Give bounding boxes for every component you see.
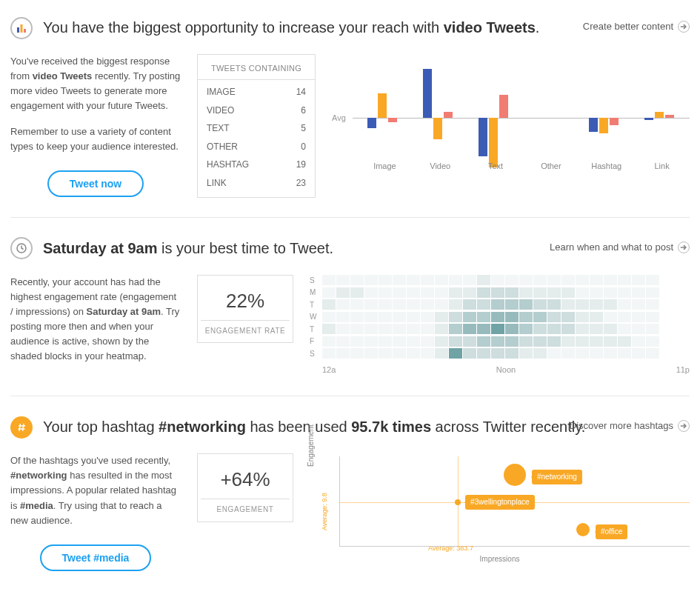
heatmap-cell [561,275,575,285]
heatmap-cell [505,312,519,322]
chart-bar [423,69,432,119]
hashtag-icon [10,416,33,439]
section-best-time: Learn when and what to post Saturday at … [10,237,690,397]
discover-hashtags-link[interactable]: Discover more hashtags [570,419,690,433]
hashtag-scatter-chart: Engagement Average: 9.8 Average: 383.7 I… [310,456,690,567]
heatmap-cell [519,299,533,310]
heatmap-cell [646,324,659,334]
learn-when-link[interactable]: Learn when and what to post [550,240,690,255]
chart-x-axis [339,546,690,547]
heatmap-cell [547,287,561,298]
clock-icon [10,237,33,259]
heatmap-cell [561,324,575,334]
heatmap-cell [590,287,603,298]
heatmap-cell [350,312,364,322]
heatmap-cell [576,287,589,298]
heatmap-cell [407,287,420,298]
stat-value: 22% [201,283,290,320]
heatmap-cell [421,299,434,310]
heatmap-cell [491,312,504,322]
chart-bar [644,118,653,120]
heatmap-cell [322,336,336,347]
table-row: HASHTAG19 [198,156,315,174]
heatmap-cell [421,324,434,334]
heatmap-cell [322,275,336,285]
chart-category-label: Hashtag [579,160,634,173]
heatmap-cell [632,287,645,298]
tweet-media-button[interactable]: Tweet #media [40,544,152,571]
heatmap-cell [505,299,519,310]
heatmap-day-label: T [310,324,321,336]
heatmap-cell [646,275,659,285]
heatmap-cell [393,275,406,285]
chart-bar [378,93,387,118]
chart-group: Text [468,50,524,156]
heatmap-cell [407,275,420,285]
heatmap-cell [336,299,350,310]
heatmap-cell [379,324,392,334]
chart-bar [444,112,453,118]
heatmap-cell [379,336,392,347]
tweets-containing-table: TWEETS CONTAINING IMAGE14VIDEO6TEXT5OTHE… [197,54,316,198]
heatmap-cell [547,324,561,334]
time-heatmap: SMTWTFS 12a Noon 11p [310,275,690,377]
heatmap-cell [491,299,504,310]
chart-group: Other [523,50,579,156]
heatmap-cell [477,287,490,298]
heatmap-cell [393,324,406,334]
stat-value: +64% [201,462,290,499]
chart-category-label: Link [634,160,690,173]
heatmap-cell [463,287,476,298]
heatmap-cell [547,299,561,310]
heatmap-cell [590,336,603,347]
heatmap-cell [547,336,561,347]
arrow-icon [678,420,690,432]
heatmap-cell [435,312,448,322]
heatmap-cell [604,275,617,285]
heatmap-cell [533,336,547,347]
heatmap-cell [590,275,603,285]
heatmap-cell [449,275,462,285]
heatmap-cell [477,336,490,347]
hashtag-label: #office [596,524,627,539]
tweet-now-button[interactable]: Tweet now [47,170,144,197]
heatmap-cell [477,348,490,359]
section-description: Of the hashtags you've used recently, #n… [10,453,181,571]
heatmap-cell [449,287,462,298]
heatmap-cell [491,348,504,359]
heatmap-cell [618,336,631,347]
chart-category-label: Text [468,160,524,173]
heatmap-cell [393,287,406,298]
heatmap-day-label: S [310,275,321,287]
heatmap-cell [519,312,533,322]
heatmap-cell [336,324,350,334]
heatmap-cell [449,324,462,334]
heatmap-cell [364,336,378,347]
heatmap-cell [336,287,350,298]
heatmap-cell [463,299,476,310]
section-hashtag: Discover more hashtags Your top hashtag … [10,416,690,590]
scatter-point [504,464,526,486]
create-better-content-link[interactable]: Create better content [583,19,690,34]
svg-rect-1 [21,24,23,33]
chart-icon [10,17,33,39]
heatmap-cell [491,336,504,347]
heatmap-cell [646,299,659,310]
chart-bar [388,118,397,122]
stat-label: ENGAGEMENT [201,499,290,516]
heatmap-day-label: W [310,311,321,323]
heatmap-cell [604,287,617,298]
heatmap-cell [435,275,448,285]
chart-bar [367,118,376,128]
link-label: Learn when and what to post [550,240,673,255]
heatmap-cell [322,287,336,298]
link-label: Create better content [583,19,673,34]
stat-label: ENGAGEMENT RATE [201,320,290,337]
scatter-point [455,499,461,505]
heatmap-cell [519,348,533,359]
heatmap-cell [364,275,378,285]
heatmap-row: M [310,287,690,299]
heatmap-cell [477,275,490,285]
chart-bar [433,118,442,139]
heatmap-day-label: S [310,348,321,360]
